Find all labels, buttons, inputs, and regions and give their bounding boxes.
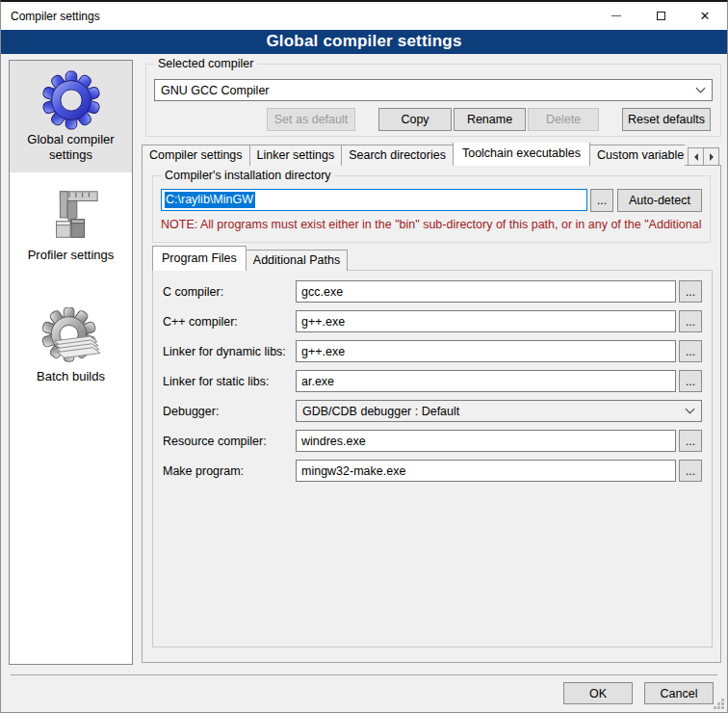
debugger-select[interactable]: GDB/CDB debugger : Default [296, 400, 702, 422]
compiler-settings-dialog: Compiler settings ✕ Global compiler sett… [0, 0, 728, 713]
tab-toolchain-executables[interactable]: Toolchain executables [453, 143, 590, 166]
cpp-compiler-browse-button[interactable]: ... [679, 310, 702, 332]
cancel-button[interactable]: Cancel [644, 682, 714, 704]
arrow-left-icon [690, 153, 698, 161]
debugger-row: Debugger: GDB/CDB debugger : Default [163, 400, 702, 422]
auto-detect-button[interactable]: Auto-detect [617, 189, 702, 212]
sidebar-item-label: Batch builds [12, 369, 130, 384]
rename-button[interactable]: Rename [454, 108, 526, 131]
toolchain-executables-page: Compiler's installation directory C:\ray… [142, 165, 721, 663]
installation-directory-input[interactable]: C:\raylib\MinGW [161, 189, 587, 211]
dynamic-linker-browse-button[interactable]: ... [679, 340, 702, 362]
tab-linker-settings[interactable]: Linker settings [249, 145, 343, 166]
dynamic-linker-input[interactable] [296, 340, 676, 362]
compiler-buttons-row: Set as default Copy Rename Delete Reset … [146, 108, 711, 131]
make-program-browse-button[interactable]: ... [679, 460, 702, 482]
static-linker-browse-button[interactable]: ... [679, 370, 702, 392]
installation-directory-group: Compiler's installation directory C:\ray… [152, 175, 711, 243]
make-program-row: Make program: ... [163, 460, 702, 482]
resize-grip-icon[interactable] [712, 697, 724, 709]
close-icon: ✕ [700, 10, 711, 22]
c-compiler-row: C compiler: ... [163, 280, 702, 303]
set-as-default-button[interactable]: Set as default [267, 108, 355, 131]
footer-separator [11, 674, 717, 675]
cpp-compiler-row: C++ compiler: ... [163, 310, 702, 332]
caliper-icon [41, 186, 101, 246]
delete-button[interactable]: Delete [528, 108, 599, 131]
sidebar-item-label: Profiler settings [12, 248, 130, 263]
title-bar: Compiler settings ✕ [1, 2, 727, 30]
tab-compiler-settings[interactable]: Compiler settings [142, 145, 250, 166]
selected-compiler-group: Selected compiler GNU GCC Compiler Set a… [145, 64, 721, 137]
sidebar-item-batch-builds[interactable]: Batch builds [10, 298, 132, 394]
page-title: Global compiler settings [1, 30, 727, 54]
field-label: Linker for static libs: [163, 375, 296, 388]
sidebar-item-global-compiler-settings[interactable]: Global compiler settings [10, 61, 132, 172]
resource-compiler-input[interactable] [296, 430, 676, 452]
settings-category-list: Global compiler settings [9, 60, 133, 665]
dialog-body: Global compiler settings [1, 54, 727, 712]
settings-tabs: Compiler settings Linker settings Search… [142, 143, 685, 166]
copy-button[interactable]: Copy [378, 108, 452, 131]
sidebar-item-profiler-settings[interactable]: Profiler settings [10, 176, 132, 273]
c-compiler-browse-button[interactable]: ... [679, 280, 702, 303]
reset-defaults-button[interactable]: Reset defaults [622, 108, 711, 131]
browse-directory-button[interactable]: ... [590, 189, 613, 212]
static-linker-input[interactable] [296, 370, 676, 392]
tab-program-files[interactable]: Program Files [152, 246, 247, 271]
window-title: Compiler settings [1, 10, 594, 23]
minimize-button[interactable] [594, 2, 638, 30]
blue-gear-icon [41, 70, 101, 130]
resource-compiler-row: Resource compiler: ... [163, 430, 702, 452]
ok-button[interactable]: OK [563, 682, 633, 704]
chevron-down-icon [696, 84, 706, 93]
cpp-compiler-input[interactable] [296, 310, 676, 332]
note-text: NOTE: All programs must exist either in … [161, 218, 709, 231]
arrow-right-icon [710, 153, 717, 161]
field-label: C++ compiler: [163, 315, 296, 329]
program-tabs: Program Files Additional Paths [152, 249, 348, 271]
installation-directory-row: C:\raylib\MinGW ... Auto-detect [161, 189, 702, 211]
sidebar-item-label: Global compiler settings [12, 132, 130, 163]
close-button[interactable]: ✕ [683, 2, 727, 30]
maximize-icon [657, 12, 665, 20]
c-compiler-input[interactable] [296, 280, 676, 303]
group-legend: Compiler's installation directory [161, 169, 335, 182]
field-label: Resource compiler: [163, 435, 296, 448]
field-label: Linker for dynamic libs: [163, 345, 296, 358]
program-files-page: C compiler: ... C++ compiler: ... Linker… [152, 270, 713, 647]
selected-text: C:\raylib\MinGW [165, 192, 255, 208]
tab-additional-paths[interactable]: Additional Paths [246, 250, 348, 271]
dynamic-linker-row: Linker for dynamic libs: ... [163, 340, 702, 362]
tab-custom-variables[interactable]: Custom variables [589, 145, 685, 166]
compiler-select-value: GNU GCC Compiler [161, 84, 691, 97]
static-linker-row: Linker for static libs: ... [163, 370, 702, 392]
tab-scroll-buttons [689, 147, 719, 166]
maximize-button[interactable] [638, 2, 683, 30]
debugger-select-value: GDB/CDB debugger : Default [302, 405, 681, 418]
chevron-down-icon [686, 405, 695, 414]
tab-scroll-right-button[interactable] [703, 147, 719, 166]
resource-compiler-browse-button[interactable]: ... [679, 430, 702, 452]
minimize-icon [611, 15, 621, 16]
field-label: Debugger: [163, 405, 296, 418]
make-program-input[interactable] [296, 460, 676, 482]
field-label: C compiler: [163, 285, 296, 299]
group-legend: Selected compiler [154, 57, 257, 70]
tab-search-directories[interactable]: Search directories [341, 145, 454, 166]
tab-scroll-left-button[interactable] [688, 147, 704, 166]
gray-gear-stack-icon [41, 307, 101, 367]
compiler-select[interactable]: GNU GCC Compiler [154, 79, 713, 101]
field-label: Make program: [163, 464, 296, 478]
window-controls: ✕ [594, 2, 727, 30]
